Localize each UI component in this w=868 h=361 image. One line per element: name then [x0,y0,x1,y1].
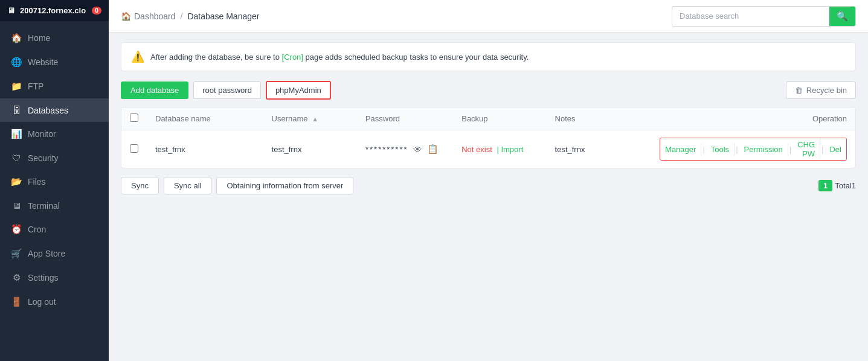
row-backup: Not exist | Import [453,130,546,168]
monitor-icon: 📊 [11,129,22,139]
ftp-icon: 📁 [11,81,22,92]
home-breadcrumb-icon: 🏠 [121,11,131,21]
sidebar-item-label: Home [28,33,50,43]
manager-link[interactable]: Manager [660,143,701,156]
sidebar-header: 🖥 200712.fornex.clo 0 [0,0,109,21]
recycle-icon: 🗑 [795,86,803,95]
total-label: Total1 [835,181,856,190]
sidebar-item-logout[interactable]: 🚪 Log out [0,290,109,314]
table-header-row: Database name Username ▲ Password Backup… [121,107,855,130]
breadcrumb-separator: / [181,11,183,21]
backup-not-exist: Not exist [461,145,492,154]
search-button[interactable]: 🔍 [829,7,855,26]
chgpw-link[interactable]: CHG PW [792,138,820,160]
row-checkbox-cell [121,130,147,168]
warning-icon: ⚠️ [131,50,144,63]
sync-all-button[interactable]: Sync all [164,177,212,194]
bottom-toolbar: Sync Sync all Obtaining information from… [121,177,856,194]
root-password-button[interactable]: root password [193,81,261,99]
main-area: 🏠 Dashboard / Database Manager 🔍 ⚠️ Afte… [109,0,868,361]
sidebar-item-cron[interactable]: ⏰ Cron [0,217,109,241]
sidebar-item-label: Website [28,57,58,67]
header-password: Password [357,107,453,130]
content-area: ⚠️ After adding the database, be sure to… [109,33,868,361]
password-dots: ********** [365,145,408,154]
appstore-icon: 🛒 [11,248,22,259]
sidebar-item-home[interactable]: 🏠 Home [0,26,109,50]
row-password-cell: ********** 👁 📋 [357,130,453,168]
account-name: 200712.fornex.clo [20,6,86,15]
sort-icon[interactable]: ▲ [312,115,318,123]
cron-icon: ⏰ [11,224,22,235]
sidebar-item-website[interactable]: 🌐 Website [0,50,109,74]
row-notes: test_frnx [547,130,652,168]
website-icon: 🌐 [11,57,22,68]
sidebar-item-label: Log out [28,297,56,307]
obtaining-info-button[interactable]: Obtaining information from server [216,177,353,194]
header-username: Username ▲ [263,107,357,130]
op-sep-3: | [788,145,792,154]
select-all-checkbox[interactable] [130,113,138,122]
row-checkbox[interactable] [130,144,138,153]
sidebar-item-settings[interactable]: ⚙ Settings [0,266,109,290]
terminal-icon: 🖥 [11,200,22,211]
cron-link[interactable]: [Cron] [282,53,303,62]
op-sep-4: | [820,145,825,154]
op-sep-1: | [701,145,706,154]
breadcrumb-dashboard[interactable]: Dashboard [134,11,176,21]
databases-icon: 🗄 [11,105,22,115]
copy-icon[interactable]: 📋 [427,144,439,155]
notice-text: After adding the database, be sure to [C… [150,53,529,62]
header-backup: Backup [453,107,546,130]
notice-banner: ⚠️ After adding the database, be sure to… [121,42,856,71]
del-link[interactable]: Del [825,143,846,156]
notification-badge: 0 [92,7,101,14]
search-box: 🔍 [672,6,856,27]
row-username: test_frnx [263,130,357,168]
settings-icon: ⚙ [11,272,22,283]
recycle-bin-label: Recycle bin [806,86,847,95]
add-database-button[interactable]: Add database [121,81,188,99]
sidebar-item-label: Terminal [28,201,60,211]
server-icon: 🖥 [7,6,15,15]
notice-text-after: page adds scheduled backup tasks to ensu… [303,53,529,62]
tools-link[interactable]: Tools [706,143,735,156]
database-table: Database name Username ▲ Password Backup… [121,107,856,168]
header-operation: Operation [651,107,855,130]
sidebar-item-ftp[interactable]: 📁 FTP [0,74,109,98]
sidebar-item-label: Security [28,153,59,163]
sidebar-item-security[interactable]: 🛡 Security [0,146,109,170]
op-sep-2: | [735,145,739,154]
sidebar-item-label: Cron [28,225,46,234]
notice-text-before: After adding the database, be sure to [150,53,282,62]
sidebar-item-files[interactable]: 📂 Files [0,170,109,194]
sync-button[interactable]: Sync [121,177,159,194]
recycle-bin-button[interactable]: 🗑 Recycle bin [786,81,856,99]
phpmyadmin-button[interactable]: phpMyAdmin [266,81,331,100]
sidebar: 🖥 200712.fornex.clo 0 🏠 Home 🌐 Website 📁… [0,0,109,361]
username-label: Username [272,114,308,123]
sidebar-item-label: App Store [28,249,65,258]
sidebar-item-label: FTP [28,81,43,91]
toolbar: Add database root password phpMyAdmin 🗑 … [121,81,856,100]
backup-import-link[interactable]: | Import [497,145,523,154]
sidebar-item-label: Files [28,177,46,187]
security-icon: 🛡 [11,153,22,163]
files-icon: 📂 [11,176,22,187]
eye-icon[interactable]: 👁 [413,144,422,155]
sidebar-item-databases[interactable]: 🗄 Databases [0,98,109,122]
sidebar-item-label: Databases [28,106,68,115]
sidebar-item-label: Monitor [28,129,56,139]
breadcrumb: 🏠 Dashboard / Database Manager [121,11,259,21]
sidebar-item-label: Settings [28,273,59,283]
permission-link[interactable]: Permission [739,143,788,156]
sidebar-item-terminal[interactable]: 🖥 Terminal [0,194,109,217]
sidebar-item-monitor[interactable]: 📊 Monitor [0,122,109,146]
breadcrumb-home: 🏠 Dashboard [121,11,176,21]
search-input[interactable] [672,8,829,24]
header-db-name: Database name [147,107,263,130]
total-badge: 1 Total1 [818,180,856,191]
logout-icon: 🚪 [11,296,22,307]
sidebar-item-appstore[interactable]: 🛒 App Store [0,241,109,266]
header-notes: Notes [547,107,652,130]
